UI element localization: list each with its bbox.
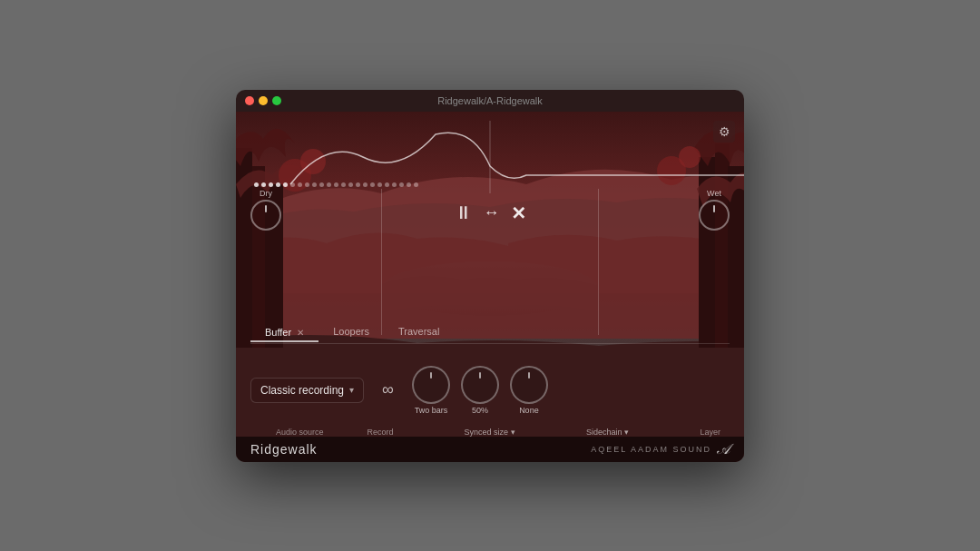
audio-source-selector[interactable]: Classic recording ▾ [250,378,364,403]
layer-knob[interactable] [510,366,548,404]
dot-21 [399,182,404,187]
dot-6 [290,182,295,187]
transport-area: ⏸ ↔ ✕ [455,202,526,224]
transport-pause-button[interactable]: ⏸ [455,202,473,223]
audio-source-label: Audio source [276,428,324,437]
sidechain-chevron-icon: ▾ [624,428,629,437]
dot-15 [356,182,360,187]
tab-loopers[interactable]: Loopers [318,323,384,339]
product-name: Ridgewalk [250,442,318,457]
brand-name: AQEEL AADAM SOUND [591,445,711,454]
synced-size-value: Two bars [415,406,448,415]
wet-knob[interactable] [699,200,730,231]
synced-size-knob[interactable] [412,366,450,404]
layer-value: None [519,406,539,415]
source-label: Classic recording [260,384,344,397]
source-chevron-icon: ▾ [349,385,354,395]
layer-group: None [510,366,548,415]
layer-label: Layer [700,428,720,437]
dot-11 [327,182,331,187]
dot-16 [363,182,368,187]
left-divider [381,189,382,335]
bottom-labels: Audio source Record Synced size ▾ Sidech… [250,428,730,437]
bottom-controls: Classic recording ▾ ∞ Two bars 50% [250,366,730,415]
synced-size-group: Two bars [412,366,450,415]
sidechain-group: 50% [461,366,499,415]
dot-17 [370,182,375,187]
dot-9 [312,182,317,187]
dot-14 [348,182,353,187]
dot-3 [269,182,273,187]
dot-22 [407,182,411,187]
sidechain-label: Sidechain [586,428,622,437]
synced-size-label: Synced size [464,428,508,437]
window-title: Ridgewalk/A-Ridgewalk [437,95,543,106]
dot-18 [377,182,382,187]
wet-label: Wet [707,189,721,198]
right-divider [598,189,599,335]
minimize-button[interactable] [259,96,268,105]
brand-area: AQEEL AADAM SOUND 𝒜 [591,441,730,458]
synced-size-button[interactable]: Synced size ▾ [464,428,515,437]
maximize-button[interactable] [272,96,281,105]
record-icon: ∞ [382,380,394,399]
dot-12 [334,182,338,187]
tab-loopers-label: Loopers [333,326,369,337]
dot-8 [305,182,309,187]
dry-knob[interactable] [250,200,281,231]
progress-dots [254,182,726,188]
sidechain-knob[interactable] [461,366,499,404]
tab-buffer[interactable]: Buffer ✕ [250,324,318,342]
dot-7 [298,182,302,187]
main-window: Ridgewalk/A-Ridgewalk [236,90,744,462]
tab-traversal[interactable]: Traversal [384,323,454,339]
dot-5 [283,182,288,187]
record-button[interactable]: ∞ [375,377,401,403]
dot-2 [261,182,266,187]
transport-swap-button[interactable]: ↔ [484,203,500,222]
settings-button[interactable]: ⚙ [713,121,735,143]
dot-4 [276,182,280,187]
transport-close-button[interactable]: ✕ [511,202,526,224]
sidechain-value: 50% [472,406,488,415]
dot-1 [254,182,259,187]
title-bar: Ridgewalk/A-Ridgewalk [236,90,744,112]
main-area: ⚙ Dry Wet ⏸ ↔ ✕ Buffer ✕ Loopers [236,112,744,462]
record-label: Record [368,428,394,437]
tab-bar: Buffer ✕ Loopers Traversal [250,323,730,344]
gear-icon: ⚙ [719,124,730,139]
synced-size-chevron-icon: ▾ [511,428,515,437]
dot-20 [392,182,397,187]
tab-buffer-label: Buffer [265,327,291,338]
dot-23 [414,182,418,187]
dot-19 [385,182,389,187]
dot-13 [341,182,346,187]
wet-knob-area: Wet [699,189,730,231]
tab-buffer-close[interactable]: ✕ [297,328,304,338]
tab-traversal-label: Traversal [398,326,439,337]
close-button[interactable] [245,96,254,105]
traffic-lights [245,96,281,105]
footer: Ridgewalk AQEEL AADAM SOUND 𝒜 [236,437,744,462]
dry-knob-area: Dry [250,189,281,231]
dot-10 [319,182,324,187]
brand-logo-icon: 𝒜 [717,441,730,458]
dry-label: Dry [260,189,272,198]
sidechain-dropdown-button[interactable]: Sidechain ▾ [586,428,630,437]
